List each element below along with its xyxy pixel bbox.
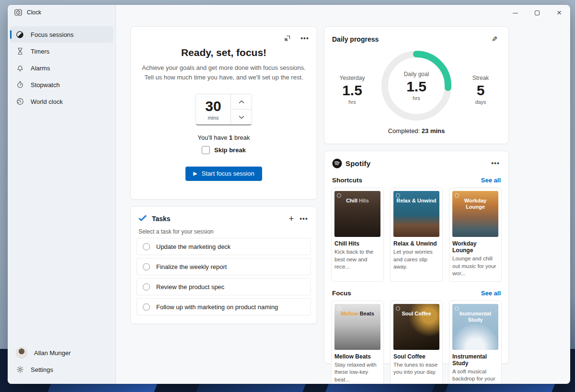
tasks-more-button[interactable]: ••• [298,213,310,224]
popout-button[interactable] [281,33,294,44]
shortcuts-heading: Shortcuts [332,177,362,184]
playlist-desc: Kick back to the best new and rece... [334,248,380,271]
task-label: Follow up with marketing on product nami… [156,303,278,311]
playlist-tile-soul-coffee[interactable]: Soul Coffee Soul Coffee The tunes to eas… [390,301,443,384]
duration-field[interactable]: 30 mins [196,94,230,124]
spotify-mini-icon [396,306,400,311]
daily-goal-unit: hrs [413,95,420,101]
playlist-tile-mellow-beats[interactable]: Mellow Beats Mellow Beats Stay relaxed w… [331,301,384,384]
shortcuts-see-all-link[interactable]: See all [481,177,501,184]
playlist-tile-relax-unwind[interactable]: Relax & Unwind Relax & Unwind Let your w… [390,188,443,282]
task-label: Finalize the weekly report [156,263,227,270]
sidebar-item-label: World clock [31,98,63,105]
todo-icon [138,214,147,223]
tasks-subtitle: Select a task for your session [131,224,317,238]
playlist-art: Mellow Beats [334,304,380,350]
tasks-title: Tasks [152,215,285,223]
duration-increase-button[interactable] [231,94,252,109]
spotify-mini-icon [337,306,341,311]
sidebar-item-alarms[interactable]: Alarms [10,60,113,76]
clock-app-window: Clock Focus sessions Timers Alarms [8,5,570,384]
chevron-down-icon [239,115,244,119]
play-icon: ▶ [193,171,197,176]
task-list: Update the marketing deck Finalize the w… [131,238,317,315]
task-row[interactable]: Review the product spec [137,278,311,295]
task-radio[interactable] [143,243,150,250]
playlist-art: Soul Coffee [393,304,439,350]
focus-session-card: ••• Ready, set, focus! Achieve your goal… [130,26,317,200]
gear-icon [16,366,24,374]
duration-unit: mins [196,115,230,121]
playlist-title: Relax & Unwind [393,240,439,247]
edit-goal-button[interactable]: ✎ [488,34,501,45]
playlist-desc: The tunes to ease you into your day. [393,361,439,376]
sidebar-item-world-clock[interactable]: World clock [10,93,113,110]
focus-title: Ready, set, focus! [131,47,317,58]
task-row[interactable]: Update the marketing deck [137,238,311,255]
ellipsis-icon: ••• [299,217,308,220]
playlist-art: Chill Hits [334,191,380,237]
popout-icon [284,34,291,42]
stat-yesterday: Yesterday 1.5 hrs [329,75,375,105]
task-radio[interactable] [143,303,150,311]
playlist-tile-chill-hits[interactable]: Chill Hits Chill Hits Kick back to the b… [331,188,384,282]
spotify-brand-name: Spotify [345,159,370,168]
playlist-desc: A soft musical backdrop for your ... [452,368,498,384]
add-task-button[interactable]: + [285,213,298,224]
task-radio[interactable] [143,263,150,270]
playlist-desc: Lounge and chill out music for your wor.… [452,255,498,278]
maximize-button[interactable] [526,5,548,21]
world-clock-icon [16,98,24,106]
sidebar-footer: Allan Munger Settings [8,344,115,378]
playlist-title: Chill Hits [334,240,380,247]
sidebar-item-label: Stopwatch [31,81,60,89]
sidebar-item-stopwatch[interactable]: Stopwatch [10,77,113,93]
skip-break-checkbox[interactable] [202,146,210,154]
sidebar-item-settings[interactable]: Settings [10,361,113,378]
playlist-desc: Stay relaxed with these low-key beat... [334,361,380,384]
sidebar-item-label: Timers [31,48,49,55]
start-focus-session-button[interactable]: ▶ Start focus session [185,167,262,181]
minimize-icon [513,13,518,13]
stopwatch-icon [16,81,24,89]
daily-progress-card: Daily progress ✎ Yesterday 1.5 hrs Daily… [324,26,509,144]
sidebar-nav: Focus sessions Timers Alarms Stopwatch [8,26,115,110]
sidebar-item-label: Alarms [31,65,50,72]
playlist-art: Relax & Unwind [393,191,439,237]
pencil-icon: ✎ [492,35,498,44]
plus-icon: + [289,214,294,224]
focus-see-all-link[interactable]: See all [481,290,501,297]
daily-progress-title: Daily progress [332,35,379,43]
user-avatar [16,347,27,358]
stat-streak: Streak 5 days [458,75,504,105]
minimize-button[interactable] [504,5,526,21]
break-count: 1 [229,134,232,141]
sidebar-item-focus-sessions[interactable]: Focus sessions [10,26,113,43]
playlist-desc: Let your worries and cares slip away. [393,248,439,271]
focus-card-more-button[interactable]: ••• [299,33,311,44]
titlebar: × [8,5,570,22]
sidebar-item-timers[interactable]: Timers [10,43,113,59]
focus-heading: Focus [332,290,351,297]
playlist-title: Workday Lounge [452,240,498,254]
task-row[interactable]: Follow up with marketing on product nami… [137,298,311,315]
sidebar-item-label: Focus sessions [31,31,74,38]
duration-decrease-button[interactable] [231,109,252,124]
spotify-card: Spotify ••• Shortcuts See all Chill Hits… [324,151,509,364]
playlist-tile-instrumental-study[interactable]: Instrumental Study Instrumental Study A … [449,301,502,384]
spotify-more-button[interactable]: ••• [489,157,502,169]
tasks-card: Tasks + ••• Select a task for your sessi… [130,206,317,324]
playlist-tile-workday-lounge[interactable]: Workday Lounge Workday Lounge Lounge and… [449,188,502,282]
chevron-up-icon [239,100,244,104]
task-radio[interactable] [143,283,150,291]
main-content: ••• Ready, set, focus! Achieve your goal… [116,5,570,384]
timers-icon [16,47,24,56]
focus-sessions-icon [16,31,24,39]
task-row[interactable]: Finalize the weekly report [137,258,311,275]
window-controls: × [504,5,570,21]
close-button[interactable]: × [548,5,570,21]
break-info: You'll have 1 break [131,134,317,141]
playlist-title: Soul Coffee [393,353,439,360]
sidebar: Clock Focus sessions Timers Alarms [8,5,116,384]
user-profile-item[interactable]: Allan Munger [10,345,113,361]
